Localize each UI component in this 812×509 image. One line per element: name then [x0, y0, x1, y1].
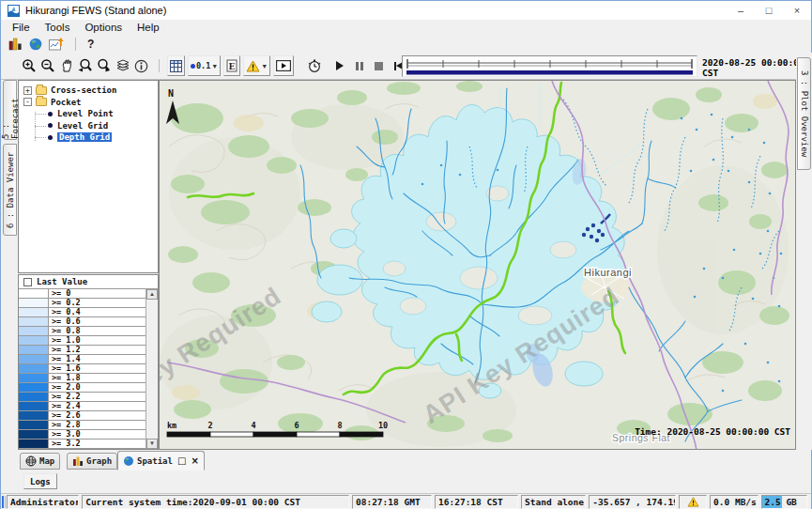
svg-text:2: 2 — [207, 421, 212, 430]
statusbar-grip-icon — [2, 496, 6, 508]
bar-chart-icon — [8, 38, 23, 51]
legend-row[interactable]: >= 2.2 — [19, 393, 146, 402]
current-time-label: 2020-08-25 00:00:00 CST — [702, 57, 811, 78]
info-button[interactable] — [132, 56, 150, 76]
legend-row[interactable]: >= 3.2 — [19, 440, 146, 449]
map-display-button[interactable] — [26, 36, 45, 52]
legend-row[interactable]: >= 0.6 — [19, 317, 146, 327]
legend-row[interactable]: >= 0.4 — [19, 308, 146, 317]
legend-row[interactable]: >= 1.2 — [19, 346, 146, 355]
close-panel-icon[interactable]: × — [191, 455, 198, 466]
svg-text:4: 4 — [251, 421, 255, 430]
legend-row[interactable]: >= 0.2 — [19, 299, 146, 308]
zoom-out-button[interactable] — [38, 56, 56, 76]
legend-swatch — [19, 364, 49, 374]
animation-button[interactable] — [273, 55, 294, 76]
tab-map[interactable]: Map — [20, 453, 60, 470]
decimal-precision-button[interactable]: 0.1▼ — [188, 55, 221, 76]
play-button[interactable] — [329, 57, 349, 74]
tab-spatial-label: Spatial — [137, 456, 173, 466]
scroll-down-icon[interactable]: ▼ — [146, 439, 158, 449]
zoom-in-button[interactable] — [20, 56, 38, 76]
tree-item-depth-grid[interactable]: Depth Grid — [57, 132, 112, 142]
legend-row[interactable]: >= 0 — [19, 289, 146, 299]
dot-icon — [191, 64, 195, 69]
maximize-button[interactable]: □ — [755, 1, 783, 20]
legend-row[interactable]: >= 2.0 — [19, 383, 146, 393]
legend-row[interactable]: >= 2.8 — [19, 421, 146, 430]
hand-icon — [59, 58, 74, 73]
tab-graph[interactable]: Graph — [67, 453, 117, 470]
tab-data-viewer[interactable]: 6 : Data Viewer — [3, 144, 17, 236]
globe-icon — [123, 455, 134, 467]
last-value-checkbox[interactable] — [23, 278, 32, 286]
zoom-in-icon — [22, 58, 37, 73]
collapse-icon[interactable]: - — [23, 98, 32, 106]
timeseries-icon — [49, 38, 64, 51]
node-bullet-icon — [48, 112, 53, 116]
database-display-button[interactable] — [6, 36, 24, 52]
tree-item-cross-section[interactable]: Cross-section — [51, 85, 116, 95]
tab-forecast[interactable]: 5 : Forecast — [3, 80, 17, 140]
status-memory[interactable]: 2.5 GB — [761, 495, 807, 509]
status-coordinates: -35.657 , 174.199 — [589, 495, 676, 509]
scroll-up-icon[interactable]: ▲ — [146, 289, 158, 300]
svg-text:10: 10 — [378, 421, 388, 430]
close-button[interactable]: × — [783, 1, 811, 20]
main-area: 5 : Forecast 6 : Data Viewer + Cross-sec… — [1, 80, 796, 450]
grid-display-button[interactable] — [167, 55, 185, 76]
legend-row[interactable]: >= 2.4 — [19, 402, 146, 411]
animation-settings-button[interactable] — [304, 57, 324, 74]
timeseries-display-button[interactable] — [47, 36, 66, 52]
menu-tools[interactable]: Tools — [38, 22, 78, 33]
legend-scrollbar[interactable]: ▲ ▼ — [146, 289, 158, 449]
labels-button[interactable]: E — [223, 55, 240, 76]
tree-item-level-point[interactable]: Level Point — [57, 109, 114, 118]
status-warning[interactable] — [679, 495, 707, 509]
legend-row[interactable]: >= 2.6 — [19, 411, 146, 421]
legend-row[interactable]: >= 1.6 — [19, 364, 146, 374]
pan-button[interactable] — [57, 56, 75, 76]
time-slider-track — [403, 56, 697, 76]
tab-plot-overview[interactable]: 3 : Plot Overview — [797, 57, 811, 170]
legend-row[interactable]: >= 1.4 — [19, 355, 146, 364]
svg-text:8: 8 — [337, 421, 342, 430]
time-slider[interactable] — [402, 55, 697, 77]
zoom-next-button[interactable] — [95, 56, 113, 76]
tree-item-pocket[interactable]: Pocket — [51, 98, 82, 107]
legend-row[interactable]: >= 0.8 — [19, 327, 146, 336]
logs-row: Logs — [1, 470, 811, 493]
zoom-previous-icon — [77, 58, 93, 73]
stop-button[interactable] — [369, 57, 389, 74]
legend-row[interactable]: >= 1.8 — [19, 374, 146, 383]
tab-spatial[interactable]: Spatial □ × — [117, 451, 205, 470]
zoom-previous-button[interactable] — [76, 56, 94, 76]
wireframe-globe-icon — [25, 455, 37, 467]
expand-icon[interactable]: + — [23, 86, 32, 95]
logs-button[interactable]: Logs — [23, 473, 57, 489]
folder-icon — [36, 86, 47, 95]
status-network: 0.0 MB/s — [710, 495, 758, 509]
layers-icon — [115, 58, 130, 73]
tab-map-label: Map — [39, 456, 54, 466]
menu-options[interactable]: Options — [77, 22, 130, 33]
map-view[interactable]: API Key Required API Key Required Hikura… — [159, 80, 796, 450]
legend-swatch — [19, 411, 49, 421]
map-time-overlay: Time: 2020-08-25 00:00:00 CST — [635, 426, 790, 437]
thresholds-button[interactable]: ▼ — [243, 55, 270, 76]
menu-help[interactable]: Help — [130, 22, 167, 33]
status-user: Administrator — [7, 495, 79, 509]
maximize-panel-icon[interactable]: □ — [177, 455, 186, 466]
menu-file[interactable]: File — [5, 22, 38, 33]
layers-button[interactable] — [114, 56, 131, 76]
map-canvas[interactable]: API Key Required API Key Required Hikura… — [160, 81, 795, 449]
tree-item-level-grid[interactable]: Level Grid — [57, 121, 108, 131]
minimize-button[interactable]: – — [727, 1, 755, 20]
pause-button[interactable] — [349, 57, 369, 74]
legend-row[interactable]: >= 1.0 — [19, 336, 146, 346]
legend-row[interactable]: >= 3.0 — [19, 430, 146, 440]
main-toolbar: ? — [1, 35, 811, 53]
help-button[interactable]: ? — [84, 38, 98, 51]
tab-graph-label: Graph — [86, 456, 112, 466]
menu-bar: File Tools Options Help — [1, 20, 811, 35]
